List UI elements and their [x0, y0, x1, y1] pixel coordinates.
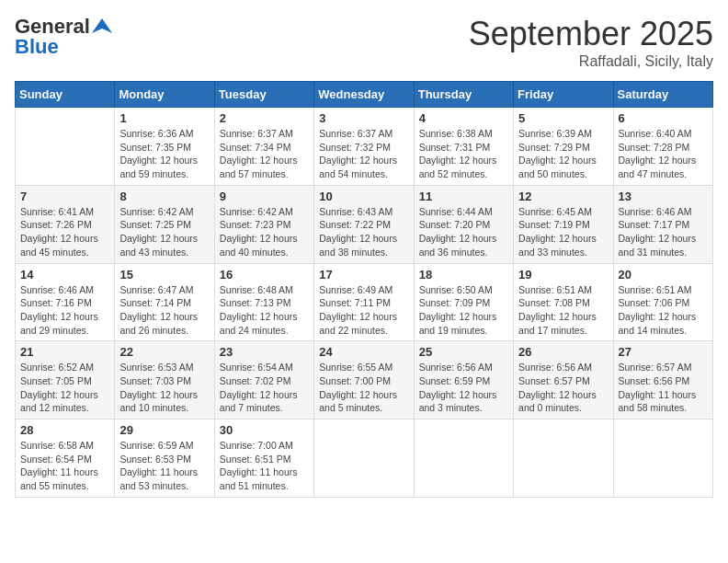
day-info: Sunrise: 6:58 AMSunset: 6:54 PMDaylight:… — [20, 439, 109, 493]
calendar-cell: 4Sunrise: 6:38 AMSunset: 7:31 PMDaylight… — [414, 108, 513, 186]
calendar-cell: 1Sunrise: 6:36 AMSunset: 7:35 PMDaylight… — [115, 108, 214, 186]
day-info: Sunrise: 6:41 AMSunset: 7:26 PMDaylight:… — [20, 205, 109, 259]
calendar-week-row: 7Sunrise: 6:41 AMSunset: 7:26 PMDaylight… — [16, 185, 713, 263]
day-number: 4 — [419, 111, 508, 125]
calendar-table: SundayMondayTuesdayWednesdayThursdayFrid… — [15, 81, 713, 498]
calendar-cell: 26Sunrise: 6:56 AMSunset: 6:57 PMDayligh… — [514, 341, 613, 419]
day-number: 27 — [619, 345, 708, 359]
calendar-cell: 10Sunrise: 6:43 AMSunset: 7:22 PMDayligh… — [314, 185, 414, 263]
weekday-header-thursday: Thursday — [414, 82, 513, 108]
day-info: Sunrise: 6:57 AMSunset: 6:56 PMDaylight:… — [619, 361, 708, 415]
calendar-cell: 19Sunrise: 6:51 AMSunset: 7:08 PMDayligh… — [514, 263, 613, 341]
day-number: 5 — [518, 111, 608, 125]
weekday-header-row: SundayMondayTuesdayWednesdayThursdayFrid… — [16, 82, 713, 108]
calendar-cell — [613, 419, 712, 498]
calendar-cell: 3Sunrise: 6:37 AMSunset: 7:32 PMDaylight… — [314, 108, 414, 186]
day-number: 24 — [319, 345, 408, 359]
day-number: 25 — [419, 345, 508, 359]
day-number: 12 — [518, 190, 608, 203]
calendar-cell — [414, 419, 513, 498]
calendar-cell: 11Sunrise: 6:44 AMSunset: 7:20 PMDayligh… — [414, 185, 513, 263]
day-info: Sunrise: 6:48 AMSunset: 7:13 PMDaylight:… — [220, 283, 309, 338]
day-number: 2 — [220, 111, 309, 125]
calendar-cell: 7Sunrise: 6:41 AMSunset: 7:26 PMDaylight… — [16, 185, 115, 263]
day-info: Sunrise: 6:42 AMSunset: 7:23 PMDaylight:… — [220, 205, 309, 259]
calendar-cell: 13Sunrise: 6:46 AMSunset: 7:17 PMDayligh… — [613, 185, 712, 263]
day-number: 19 — [518, 268, 608, 282]
day-info: Sunrise: 6:53 AMSunset: 7:03 PMDaylight:… — [119, 361, 209, 415]
weekday-header-friday: Friday — [514, 82, 613, 108]
day-info: Sunrise: 6:44 AMSunset: 7:20 PMDaylight:… — [419, 205, 508, 259]
svg-marker-0 — [92, 18, 112, 33]
day-info: Sunrise: 6:37 AMSunset: 7:32 PMDaylight:… — [319, 127, 408, 181]
weekday-header-saturday: Saturday — [613, 82, 712, 108]
calendar-cell: 21Sunrise: 6:52 AMSunset: 7:05 PMDayligh… — [16, 341, 115, 419]
day-info: Sunrise: 6:40 AMSunset: 7:28 PMDaylight:… — [619, 127, 708, 181]
day-number: 22 — [119, 345, 209, 359]
day-number: 28 — [20, 423, 109, 437]
day-number: 20 — [619, 268, 708, 282]
logo-blue: Blue — [15, 35, 59, 59]
day-number: 29 — [119, 423, 209, 437]
day-number: 8 — [119, 190, 209, 203]
calendar-cell: 22Sunrise: 6:53 AMSunset: 7:03 PMDayligh… — [115, 341, 214, 419]
calendar-cell: 30Sunrise: 7:00 AMSunset: 6:51 PMDayligh… — [214, 419, 313, 498]
day-info: Sunrise: 6:37 AMSunset: 7:34 PMDaylight:… — [220, 127, 309, 181]
day-info: Sunrise: 7:00 AMSunset: 6:51 PMDaylight:… — [220, 439, 309, 493]
day-number: 6 — [619, 111, 708, 125]
day-number: 18 — [419, 268, 508, 282]
day-info: Sunrise: 6:46 AMSunset: 7:17 PMDaylight:… — [619, 205, 708, 259]
calendar-cell: 18Sunrise: 6:50 AMSunset: 7:09 PMDayligh… — [414, 263, 513, 341]
day-info: Sunrise: 6:50 AMSunset: 7:09 PMDaylight:… — [419, 283, 508, 338]
month-title: September 2025 — [469, 15, 713, 53]
calendar-cell: 8Sunrise: 6:42 AMSunset: 7:25 PMDaylight… — [115, 185, 214, 263]
day-info: Sunrise: 6:45 AMSunset: 7:19 PMDaylight:… — [518, 205, 608, 259]
day-number: 10 — [319, 190, 408, 203]
calendar-week-row: 14Sunrise: 6:46 AMSunset: 7:16 PMDayligh… — [16, 263, 713, 341]
day-info: Sunrise: 6:51 AMSunset: 7:06 PMDaylight:… — [619, 283, 708, 338]
calendar-week-row: 21Sunrise: 6:52 AMSunset: 7:05 PMDayligh… — [16, 341, 713, 419]
weekday-header-tuesday: Tuesday — [214, 82, 313, 108]
day-number: 14 — [20, 268, 109, 282]
day-info: Sunrise: 6:43 AMSunset: 7:22 PMDaylight:… — [319, 205, 408, 259]
calendar-cell: 12Sunrise: 6:45 AMSunset: 7:19 PMDayligh… — [514, 185, 613, 263]
day-info: Sunrise: 6:59 AMSunset: 6:53 PMDaylight:… — [119, 439, 209, 493]
calendar-cell: 17Sunrise: 6:49 AMSunset: 7:11 PMDayligh… — [314, 263, 414, 341]
calendar-cell: 16Sunrise: 6:48 AMSunset: 7:13 PMDayligh… — [214, 263, 313, 341]
calendar-cell — [314, 419, 414, 498]
day-info: Sunrise: 6:49 AMSunset: 7:11 PMDaylight:… — [319, 283, 408, 338]
calendar-cell: 6Sunrise: 6:40 AMSunset: 7:28 PMDaylight… — [613, 108, 712, 186]
calendar-cell: 25Sunrise: 6:56 AMSunset: 6:59 PMDayligh… — [414, 341, 513, 419]
day-number: 13 — [619, 190, 708, 203]
location: Raffadali, Sicily, Italy — [469, 53, 713, 70]
day-info: Sunrise: 6:46 AMSunset: 7:16 PMDaylight:… — [20, 283, 109, 338]
day-number: 23 — [220, 345, 309, 359]
calendar-cell: 28Sunrise: 6:58 AMSunset: 6:54 PMDayligh… — [16, 419, 115, 498]
day-info: Sunrise: 6:55 AMSunset: 7:00 PMDaylight:… — [319, 361, 408, 415]
day-info: Sunrise: 6:56 AMSunset: 6:57 PMDaylight:… — [518, 361, 608, 415]
day-info: Sunrise: 6:38 AMSunset: 7:31 PMDaylight:… — [419, 127, 508, 181]
logo: General Blue — [15, 15, 112, 59]
day-number: 7 — [20, 190, 109, 203]
day-info: Sunrise: 6:51 AMSunset: 7:08 PMDaylight:… — [518, 283, 608, 338]
day-info: Sunrise: 6:39 AMSunset: 7:29 PMDaylight:… — [518, 127, 608, 181]
calendar-cell: 29Sunrise: 6:59 AMSunset: 6:53 PMDayligh… — [115, 419, 214, 498]
day-info: Sunrise: 6:54 AMSunset: 7:02 PMDaylight:… — [220, 361, 309, 415]
day-info: Sunrise: 6:47 AMSunset: 7:14 PMDaylight:… — [119, 283, 209, 338]
day-info: Sunrise: 6:52 AMSunset: 7:05 PMDaylight:… — [20, 361, 109, 415]
weekday-header-monday: Monday — [115, 82, 214, 108]
day-number: 16 — [220, 268, 309, 282]
day-number: 3 — [319, 111, 408, 125]
day-number: 30 — [220, 423, 309, 437]
calendar-cell: 2Sunrise: 6:37 AMSunset: 7:34 PMDaylight… — [214, 108, 313, 186]
calendar-week-row: 28Sunrise: 6:58 AMSunset: 6:54 PMDayligh… — [16, 419, 713, 498]
page-header: General Blue September 2025 Raffadali, S… — [15, 15, 713, 70]
calendar-cell: 15Sunrise: 6:47 AMSunset: 7:14 PMDayligh… — [115, 263, 214, 341]
day-info: Sunrise: 6:42 AMSunset: 7:25 PMDaylight:… — [119, 205, 209, 259]
day-info: Sunrise: 6:36 AMSunset: 7:35 PMDaylight:… — [119, 127, 209, 181]
calendar-cell — [514, 419, 613, 498]
calendar-cell: 23Sunrise: 6:54 AMSunset: 7:02 PMDayligh… — [214, 341, 313, 419]
calendar-cell: 9Sunrise: 6:42 AMSunset: 7:23 PMDaylight… — [214, 185, 313, 263]
calendar-cell: 20Sunrise: 6:51 AMSunset: 7:06 PMDayligh… — [613, 263, 712, 341]
day-number: 26 — [518, 345, 608, 359]
